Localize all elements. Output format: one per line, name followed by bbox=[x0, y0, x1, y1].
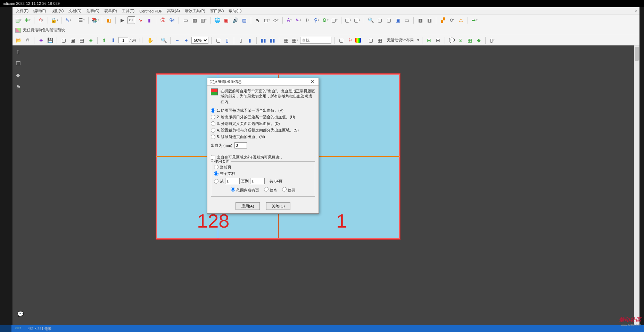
bleed-radio-5[interactable] bbox=[211, 135, 215, 139]
close-button[interactable]: 关闭(C) bbox=[266, 202, 290, 210]
note-icon[interactable]: 💬 bbox=[448, 36, 455, 44]
menu-comment[interactable]: 注释(C) bbox=[84, 8, 101, 14]
bleed-value-input[interactable] bbox=[234, 142, 247, 148]
globe-icon[interactable]: 🌐 bbox=[213, 16, 221, 24]
chart-icon[interactable]: ▮ bbox=[146, 16, 153, 24]
img1-icon[interactable]: ▢ bbox=[60, 36, 67, 44]
doc-icon[interactable]: ▢ bbox=[337, 36, 345, 44]
copy-panel-icon[interactable]: ❐ bbox=[15, 60, 22, 67]
page-icon[interactable]: ▭ bbox=[182, 16, 189, 24]
export-icon[interactable]: ➦ bbox=[471, 16, 478, 24]
warn-icon[interactable]: ⚠ bbox=[457, 16, 465, 24]
dialog-titlebar[interactable]: 定义/删除出血信息 ✕ bbox=[207, 78, 319, 86]
dashed3-icon[interactable]: ▢ bbox=[353, 16, 361, 24]
range-even-radio[interactable] bbox=[282, 187, 287, 191]
menu-view[interactable]: 视图(V) bbox=[49, 8, 66, 14]
col2-icon[interactable]: ▮▮ bbox=[269, 36, 276, 44]
plus-icon[interactable]: + bbox=[182, 36, 190, 44]
range-all[interactable]: 范围内所有页 bbox=[231, 187, 259, 193]
window-icon[interactable]: ▣ bbox=[394, 16, 402, 24]
spread2-icon[interactable]: ▮ bbox=[246, 36, 254, 44]
range-odd[interactable]: 仅奇 bbox=[264, 187, 277, 193]
add-icon[interactable]: ✚ bbox=[24, 16, 31, 24]
bleed-option-3[interactable]: 3. 分别自定义页面四边的出血值。(D) bbox=[211, 120, 315, 127]
layout-drop-icon[interactable]: ▾ bbox=[417, 38, 419, 42]
dropper-icon[interactable]: ⟟ bbox=[304, 16, 311, 24]
menu-window[interactable]: 窗口(W) bbox=[208, 8, 226, 14]
scope-current-radio[interactable] bbox=[214, 165, 218, 169]
menu-advanced[interactable]: 高级(A) bbox=[165, 8, 182, 14]
film-icon[interactable]: ▤ bbox=[240, 16, 248, 24]
lasso-icon[interactable]: ◇ bbox=[272, 16, 280, 24]
layout-icon[interactable]: ▥ bbox=[200, 16, 207, 24]
open-icon[interactable]: 📂 bbox=[15, 36, 22, 44]
col1-icon[interactable]: ▮▮ bbox=[259, 36, 267, 44]
range-even[interactable]: 仅偶 bbox=[282, 187, 295, 193]
prev-page-icon[interactable]: ⬆ bbox=[100, 36, 108, 44]
puzzle-icon[interactable]: ⚙ bbox=[322, 16, 329, 24]
swatch1-icon[interactable]: ▦ bbox=[416, 16, 424, 24]
menu-edit[interactable]: 编辑(E) bbox=[31, 8, 48, 14]
zoomout-icon[interactable]: 🔍 bbox=[160, 36, 167, 44]
crop-icon[interactable]: ▞ bbox=[439, 16, 447, 24]
chat-icon[interactable]: 💬 bbox=[17, 311, 24, 317]
new-doc-icon[interactable]: ▧ bbox=[15, 16, 22, 24]
apply-button[interactable]: 应用(A) bbox=[236, 202, 260, 210]
page-current-input[interactable] bbox=[118, 37, 128, 43]
menu-certified[interactable]: Certified PDF bbox=[137, 8, 164, 14]
scope-all[interactable]: 整个文档 bbox=[214, 170, 312, 177]
rotate-icon[interactable]: ⟳ bbox=[448, 16, 456, 24]
layout-grid-icon[interactable]: ▦ bbox=[376, 36, 383, 44]
bleed-option-2[interactable]: 2. 给出版折口外的三边某一适合的出血值。(H) bbox=[211, 114, 315, 120]
text-a-icon[interactable]: A bbox=[286, 16, 293, 24]
search-input[interactable] bbox=[300, 37, 331, 44]
range-odd-radio[interactable] bbox=[264, 187, 269, 191]
scope-to-input[interactable] bbox=[250, 178, 265, 184]
range-all-radio[interactable] bbox=[231, 187, 235, 191]
mdi-close-icon[interactable]: × bbox=[635, 8, 637, 13]
swatch2-icon[interactable]: ▥ bbox=[426, 16, 433, 24]
flash-icon[interactable]: ▣ bbox=[222, 16, 230, 24]
zoom-icon[interactable]: 🔍 bbox=[367, 16, 374, 24]
stack-icon[interactable]: ◆ bbox=[475, 36, 482, 44]
flag-icon[interactable]: ⚐ bbox=[346, 36, 354, 44]
menu-form[interactable]: 表单(R) bbox=[102, 8, 119, 14]
save-icon[interactable]: 💾 bbox=[46, 36, 54, 44]
img2-icon[interactable]: ▣ bbox=[69, 36, 76, 44]
mail-icon[interactable]: ✉ bbox=[457, 36, 464, 44]
dashed2-icon[interactable]: ▢ bbox=[344, 16, 352, 24]
print-icon[interactable]: ⎙ bbox=[37, 16, 45, 24]
menu-tools[interactable]: 工具(T) bbox=[120, 8, 137, 14]
scope-all-radio[interactable] bbox=[214, 171, 218, 176]
dashed1-icon[interactable]: ▢ bbox=[331, 16, 338, 24]
q-blue-icon[interactable]: Q⌀ bbox=[168, 16, 176, 24]
filter-panel-icon[interactable]: ⚑ bbox=[15, 84, 22, 91]
guides1-icon[interactable]: ⊞ bbox=[425, 36, 433, 44]
fit2-icon[interactable]: ▯ bbox=[223, 36, 231, 44]
bleed-radio-1[interactable] bbox=[211, 108, 215, 113]
img3-icon[interactable]: ▤ bbox=[78, 36, 85, 44]
text-cursor-icon[interactable]: I⎮ bbox=[137, 36, 145, 44]
bleed-radio-4[interactable] bbox=[211, 128, 215, 133]
marquee-icon[interactable]: ◻ bbox=[263, 16, 271, 24]
spectrum-icon[interactable]: ◧ bbox=[105, 16, 113, 24]
menu-document[interactable]: 文档(D) bbox=[66, 8, 83, 14]
dialog-close-icon[interactable]: ✕ bbox=[309, 79, 316, 84]
pin-icon[interactable]: ⚲ bbox=[313, 16, 320, 24]
print2-icon[interactable]: ⎙ bbox=[24, 36, 31, 44]
bleed-option-1[interactable]: 1. 给页面每边赋予某一适合出血值。(V) bbox=[211, 107, 315, 114]
pages-panel-icon[interactable]: ▯ bbox=[15, 48, 22, 55]
grid2-icon[interactable]: ▦ bbox=[291, 36, 299, 44]
snap2-icon[interactable]: ▢ bbox=[385, 16, 393, 24]
export2-icon[interactable]: ◈ bbox=[37, 36, 45, 44]
hand-icon[interactable]: ✋ bbox=[146, 36, 154, 44]
q-icon[interactable]: Ⓠ bbox=[159, 16, 167, 24]
bleed-option-5[interactable]: 5. 移除所选页面的出血。(M) bbox=[211, 134, 315, 140]
scope-current[interactable]: 当前页 bbox=[214, 164, 312, 170]
zoom-select[interactable]: 50% bbox=[191, 37, 208, 44]
page-opts-icon[interactable]: ▯ bbox=[488, 36, 496, 44]
list-icon[interactable]: ☰ bbox=[78, 16, 85, 24]
next-page-icon[interactable]: ⬇ bbox=[109, 36, 117, 44]
sound-icon[interactable]: 🔊 bbox=[231, 16, 239, 24]
bleed-radio-3[interactable] bbox=[211, 121, 215, 126]
